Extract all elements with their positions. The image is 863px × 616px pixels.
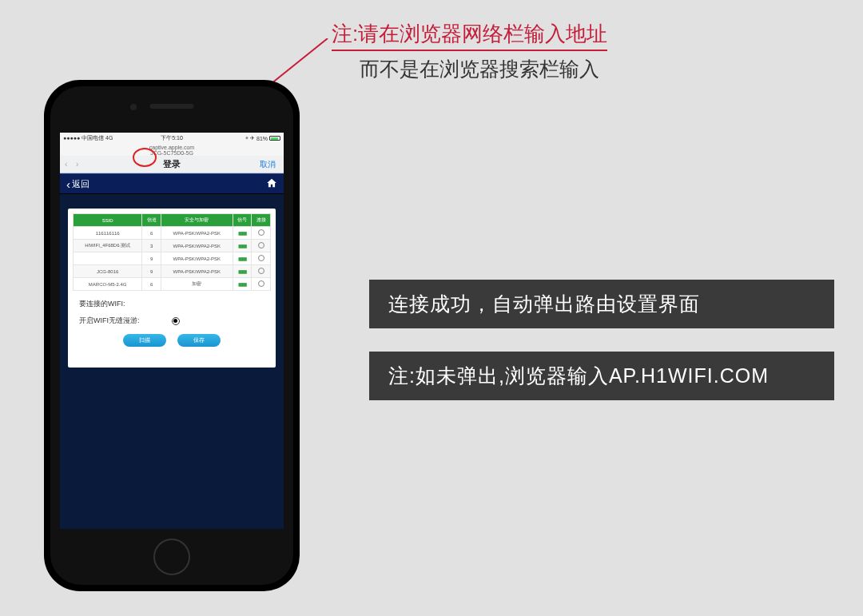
annotation-line1: 注:请在浏览器网络栏输入地址 (332, 20, 607, 51)
nav-arrows[interactable]: ‹ › (60, 160, 86, 169)
cell-sec: WPA-PSK/WPA2-PSK (161, 227, 233, 240)
table-header-row: SSID 信道 安全与加密 信号 连接 (74, 214, 271, 227)
cell-connect[interactable] (252, 252, 271, 265)
battery-icon (269, 136, 280, 141)
battery-pct: 81% (257, 136, 268, 141)
back-label: 返回 (72, 178, 89, 190)
table-row[interactable]: 116116116 6 WPA-PSK/WPA2-PSK ▮▮▮▮▮ (74, 227, 271, 240)
cancel-button[interactable]: 取消 (260, 159, 284, 170)
status-bar: ●●●●● 中国电信 4G 下午5:10 ⌖ ✈ 81% (60, 133, 284, 144)
chevron-left-icon: ‹ (66, 177, 70, 191)
cell-sec: WPA-PSK/WPA2-PSK (161, 252, 233, 265)
cell-signal: ▮▮▮▮▮ (233, 252, 252, 265)
table-row[interactable]: 9 WPA-PSK/WPA2-PSK ▮▮▮▮▮ (74, 252, 271, 265)
phone-frame: ●●●●● 中国电信 4G 下午5:10 ⌖ ✈ 81% captive.app… (44, 80, 300, 591)
radio-icon[interactable] (258, 280, 264, 287)
phone-screen: ●●●●● 中国电信 4G 下午5:10 ⌖ ✈ 81% captive.app… (60, 133, 284, 529)
save-button[interactable]: 保存 (177, 334, 221, 347)
wifi-list-panel: SSID 信道 安全与加密 信号 连接 116116116 6 (68, 209, 276, 368)
nav-title: 登录 (163, 158, 181, 170)
cell-ch: 9 (142, 252, 161, 265)
form-area: 要连接的WIFI: 开启WIFI无缝漫游: 扫描 保存 (73, 291, 271, 353)
table-row[interactable]: JCG-8016 9 WPA-PSK/WPA2-PSK ▮▮▮▮▮ (74, 265, 271, 278)
col-channel: 信道 (142, 214, 161, 227)
cell-ssid: JCG-8016 (74, 265, 142, 278)
button-row: 扫描 保存 (79, 334, 264, 347)
radio-icon[interactable] (258, 268, 264, 274)
battery-indicator: ⌖ ✈ 81% (245, 135, 280, 141)
phone-camera (130, 104, 137, 110)
cell-ssid: HIWIFI_4F68D6 测试 (74, 240, 142, 252)
login-navbar: ‹ › 登录 取消 (60, 156, 284, 173)
roaming-radio[interactable] (172, 317, 180, 325)
radio-icon[interactable] (258, 255, 264, 261)
table-row[interactable]: MARCO-M5-2.4G 6 加密 ▮▮▮▮▮ (74, 278, 271, 291)
clock-label: 下午5:10 (161, 134, 183, 142)
home-icon[interactable] (266, 177, 277, 191)
captive-ssid: JCG-5C75D0-5G (60, 150, 284, 156)
roaming-row: 开启WIFI无缝漫游: (79, 316, 264, 326)
captive-domain: captive.apple.com (60, 145, 284, 150)
annotation-line2: 而不是在浏览器搜索栏输入 (360, 56, 823, 82)
home-button[interactable] (153, 539, 190, 575)
radio-icon[interactable] (258, 242, 264, 248)
captive-url-bar: captive.apple.com JCG-5C75D0-5G (60, 144, 284, 156)
table-row[interactable]: HIWIFI_4F68D6 测试 3 WPA-PSK/WPA2-PSK ▮▮▮▮… (74, 240, 271, 252)
phone-inner: ●●●●● 中国电信 4G 下午5:10 ⌖ ✈ 81% captive.app… (50, 86, 293, 585)
carrier-label: ●●●●● 中国电信 4G (63, 134, 113, 142)
scan-button[interactable]: 扫描 (123, 334, 166, 347)
cell-signal: ▮▮▮▮▮ (233, 240, 252, 252)
cell-connect[interactable] (252, 278, 271, 291)
cell-ch: 6 (142, 227, 161, 240)
wifi-label: 要连接的WIFI: (79, 299, 125, 309)
cell-ssid (74, 252, 142, 265)
col-signal: 信号 (233, 214, 252, 227)
callout-success: 连接成功，自动弹出路由设置界面 (369, 280, 834, 328)
cell-signal: ▮▮▮▮▮ (233, 278, 252, 291)
col-connect: 连接 (252, 214, 271, 227)
roam-label: 开启WIFI无缝漫游: (79, 316, 140, 326)
cell-sec: 加密 (161, 278, 233, 291)
back-button[interactable]: ‹ 返回 (66, 177, 89, 191)
tutorial-annotation: 注:请在浏览器网络栏输入地址 而不是在浏览器搜索栏输入 (304, 20, 823, 82)
cell-connect[interactable] (252, 240, 271, 252)
wifi-table: SSID 信道 安全与加密 信号 连接 116116116 6 (73, 213, 271, 291)
wifi-to-connect-row: 要连接的WIFI: (79, 299, 264, 309)
cell-signal: ▮▮▮▮▮ (233, 265, 252, 278)
col-ssid: SSID (74, 214, 142, 227)
cell-connect[interactable] (252, 227, 271, 240)
cell-ch: 9 (142, 265, 161, 278)
callout-fallback: 注:如未弹出,浏览器输入AP.H1WIFI.COM (369, 352, 834, 400)
cell-sec: WPA-PSK/WPA2-PSK (161, 265, 233, 278)
cell-ch: 3 (142, 240, 161, 252)
cell-ssid: MARCO-M5-2.4G (74, 278, 142, 291)
col-security: 安全与加密 (161, 214, 233, 227)
phone-speaker (150, 104, 194, 109)
cell-sec: WPA-PSK/WPA2-PSK (161, 240, 233, 252)
cell-ch: 6 (142, 278, 161, 291)
cell-signal: ▮▮▮▮▮ (233, 227, 252, 240)
cell-ssid: 116116116 (74, 227, 142, 240)
battery-extra: ⌖ ✈ (245, 135, 255, 141)
app-header: ‹ 返回 (60, 173, 284, 194)
router-content: SSID 信道 安全与加密 信号 连接 116116116 6 (60, 194, 284, 527)
radio-icon[interactable] (258, 229, 264, 236)
cell-connect[interactable] (252, 265, 271, 278)
